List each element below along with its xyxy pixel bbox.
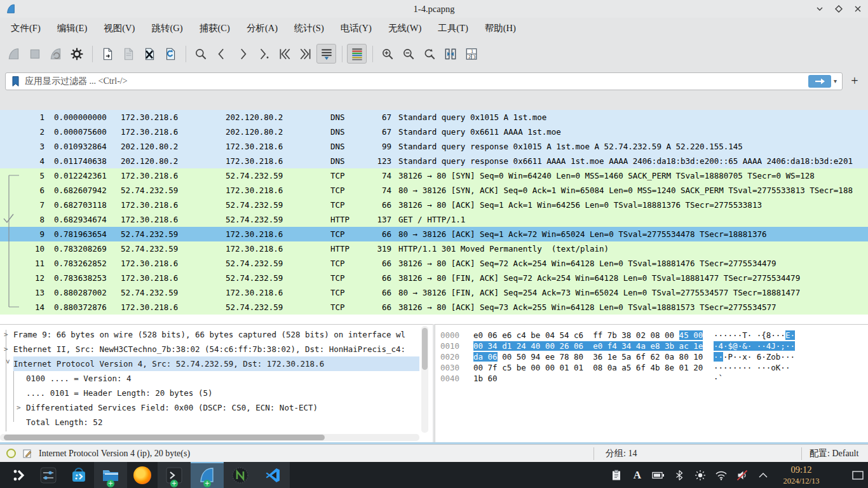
detail-vscroll-thumb[interactable] (422, 328, 428, 370)
go-to-packet-button[interactable] (254, 44, 273, 64)
menu-item[interactable]: 捕获(C) (191, 20, 238, 36)
firefox-button[interactable] (127, 462, 158, 488)
packet-row[interactable]: 120.783638253172.30.218.652.74.232.59TCP… (0, 271, 868, 285)
menu-item[interactable]: 工具(T) (430, 20, 477, 36)
detail-hscroll-thumb[interactable] (4, 435, 325, 440)
clipboard-icon[interactable] (609, 468, 624, 483)
packet-row[interactable]: 60.68260794252.74.232.59172.30.218.6TCP7… (0, 183, 868, 198)
expander-icon[interactable]: > (4, 327, 13, 342)
hex-row[interactable]: 003000 7f c5 be 00 00 01 01 08 0a a5 6f … (435, 362, 868, 373)
close-icon[interactable] (853, 4, 863, 14)
menu-item[interactable]: 帮助(H) (477, 20, 524, 36)
detail-line[interactable]: >Frame 9: 66 bytes on wire (528 bits), 6… (0, 327, 419, 342)
terminal-button[interactable]: + (158, 462, 191, 488)
menu-item[interactable]: 文件(F) (3, 20, 49, 36)
menu-item[interactable]: 统计(S) (286, 20, 332, 36)
menu-item[interactable]: 电话(Y) (332, 20, 380, 36)
detail-line[interactable]: >Differentiated Services Field: 0x00 (DS… (0, 400, 419, 415)
packet-row[interactable]: 10.000000000172.30.218.6202.120.80.2DNS6… (0, 110, 868, 125)
neovim-button[interactable] (224, 462, 257, 488)
volume-muted-icon[interactable] (735, 468, 750, 483)
open-file-button[interactable] (97, 44, 117, 64)
packet-row[interactable]: 40.011740638202.120.80.2172.30.218.6DNS1… (0, 154, 868, 168)
add-filter-button[interactable]: + (846, 73, 863, 90)
detail-line[interactable]: Total Length: 52 (0, 415, 419, 430)
menu-item[interactable]: 视图(V) (95, 20, 143, 36)
clock[interactable]: 09:122024/12/13 (776, 464, 826, 485)
detail-vertical-scrollbar[interactable] (421, 326, 428, 433)
packet-row[interactable]: 20.000075600172.30.218.6202.120.80.2DNS6… (0, 125, 868, 139)
expander-icon[interactable]: > (4, 342, 13, 356)
packet-row[interactable]: 140.880372876172.30.218.652.74.232.59TCP… (0, 300, 868, 315)
go-back-button[interactable] (212, 44, 231, 64)
filter-bookmark-icon[interactable] (11, 76, 21, 87)
capture-comment-icon[interactable] (22, 449, 32, 459)
brightness-icon[interactable] (693, 468, 708, 483)
auto-scroll-icon (320, 47, 334, 61)
stop-capture-button[interactable] (25, 44, 44, 64)
detail-line[interactable]: >Ethernet II, Src: NewH3CTechno_7b:38:02… (0, 342, 419, 356)
hex-row[interactable]: 0000e0 06 e6 c4 be 04 54 c6 ff 7b 38 02 … (435, 330, 868, 341)
show-desktop-button[interactable] (851, 467, 864, 484)
packet-row[interactable]: 50.012242361172.30.218.652.74.232.59TCP7… (0, 168, 868, 183)
packet-row[interactable]: 100.78320826952.74.232.59172.30.218.6HTT… (0, 241, 868, 256)
expand-tray-icon[interactable] (756, 468, 771, 483)
close-file-button[interactable] (139, 44, 159, 64)
reload-file-button[interactable] (160, 44, 180, 64)
bluetooth-icon[interactable] (672, 468, 687, 483)
menu-item[interactable]: 编辑(E) (49, 20, 96, 36)
zoom-out-button[interactable] (398, 44, 418, 64)
packet-row[interactable]: 130.88028700252.74.232.59172.30.218.6TCP… (0, 285, 868, 300)
layout-columns-button[interactable]: 123 (461, 44, 481, 64)
first-packet-button[interactable] (275, 44, 294, 64)
menu-item[interactable]: 跳转(G) (143, 20, 191, 36)
menu-item[interactable]: 无线(W) (380, 20, 430, 36)
svg-text:2: 2 (468, 54, 471, 59)
minimize-icon[interactable] (815, 4, 825, 14)
hex-row[interactable]: 0020da 06 00 50 94 ee 78 80 36 1e 5a 6f … (435, 351, 868, 362)
packet-row[interactable]: 90.78196365452.74.232.59172.30.218.6TCP6… (0, 227, 868, 241)
zoom-in-button[interactable] (377, 44, 397, 64)
go-forward-button[interactable] (233, 44, 252, 64)
packet-row[interactable]: 30.010932864202.120.80.2172.30.218.6DNS9… (0, 139, 868, 154)
filter-dropdown-caret-icon[interactable]: ▾ (834, 78, 837, 85)
hex-row[interactable]: 001000 34 d1 24 40 00 26 06 e0 f4 34 4a … (435, 341, 868, 351)
wireshark-button[interactable]: + (191, 462, 224, 488)
menu-item[interactable]: 分析(A) (238, 20, 286, 36)
hex-row[interactable]: 00401b 60·` (435, 373, 868, 384)
profile-selector[interactable]: 配置: Default (802, 448, 868, 459)
wifi-icon[interactable] (714, 468, 729, 483)
last-packet-button[interactable] (295, 44, 315, 64)
system-settings-button[interactable] (33, 462, 64, 488)
detail-line[interactable]: 0100 .... = Version: 4 (0, 371, 419, 386)
save-file-button[interactable] (118, 44, 138, 64)
resize-columns-button[interactable] (440, 44, 460, 64)
detail-line[interactable]: >Internet Protocol Version 4, Src: 52.74… (0, 356, 419, 371)
auto-scroll-button[interactable] (316, 44, 336, 64)
cell-len: 319 (365, 241, 394, 256)
apply-filter-button[interactable] (808, 75, 831, 88)
detail-horizontal-scrollbar[interactable] (0, 434, 419, 441)
expander-icon[interactable]: > (17, 400, 26, 415)
display-filter-field[interactable]: ▾ (5, 72, 843, 90)
packet-row[interactable]: 80.682934674172.30.218.652.74.232.59HTTP… (0, 212, 868, 227)
capture-options-button[interactable] (67, 44, 86, 64)
discover-button[interactable] (64, 462, 94, 488)
battery-icon[interactable] (651, 468, 666, 483)
detail-line[interactable]: .... 0101 = Header Length: 20 bytes (5) (0, 386, 419, 400)
colorize-button[interactable] (347, 44, 367, 64)
packet-row[interactable]: 110.783262852172.30.218.652.74.232.59TCP… (0, 256, 868, 271)
zoom-reset-button[interactable] (419, 44, 439, 64)
filter-input[interactable] (24, 76, 808, 87)
start-capture-button[interactable] (4, 44, 24, 64)
expander-icon[interactable]: > (1, 360, 15, 369)
file-manager-button[interactable]: + (94, 462, 127, 488)
maximize-icon[interactable] (834, 4, 844, 14)
restart-capture-button[interactable] (46, 44, 65, 64)
find-packet-button[interactable] (191, 44, 210, 64)
expert-info-icon[interactable] (6, 449, 16, 458)
keyboard-layout-indicator[interactable]: A (630, 468, 645, 483)
vscode-button[interactable] (257, 462, 290, 488)
app-launcher-button[interactable] (5, 462, 33, 488)
packet-row[interactable]: 70.682703118172.30.218.652.74.232.59TCP6… (0, 198, 868, 212)
